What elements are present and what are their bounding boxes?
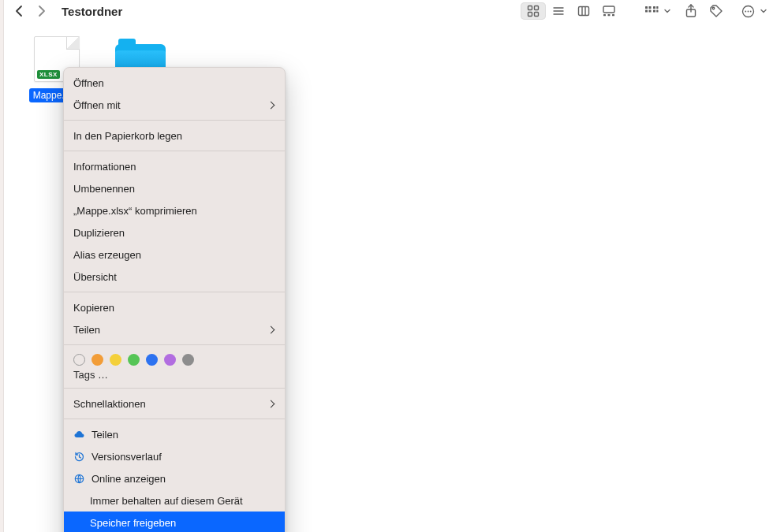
menu-tags-more[interactable]: Tags … [64,367,285,384]
menu-tag-colors [64,349,285,367]
menu-onedrive-online[interactable]: Online anzeigen [64,467,285,489]
nav-back-button[interactable] [13,5,25,17]
svg-rect-17 [649,10,652,13]
menu-copy[interactable]: Kopieren [64,296,285,318]
svg-rect-11 [603,14,606,16]
menu-onedrive-keep[interactable]: Immer behalten auf diesem Gerät [64,489,285,512]
menu-alias[interactable]: Alias erzeugen [64,244,285,266]
nav-arrows [13,5,47,17]
svg-point-23 [712,7,714,9]
menu-rename[interactable]: Umbenennen [64,177,285,199]
view-icons-button[interactable] [521,2,546,20]
menu-open[interactable]: Öffnen [64,72,285,94]
svg-point-27 [749,10,751,12]
menu-onedrive-free[interactable]: Speicher freigeben [64,512,285,532]
tag-none[interactable] [73,354,85,366]
tag-orange[interactable] [91,354,103,366]
menu-onedrive-history[interactable]: Versionsverlauf [64,445,285,467]
menu-separator [64,151,285,151]
file-badge: XLSX [37,70,60,79]
menu-separator [64,388,285,389]
group-by-control[interactable] [639,2,670,20]
view-gallery-button[interactable] [596,2,622,20]
cloud-icon [73,429,85,441]
svg-point-26 [747,10,749,12]
svg-rect-7 [579,7,589,16]
history-icon [73,451,85,463]
svg-rect-22 [687,9,696,17]
svg-rect-2 [528,13,532,17]
menu-separator [64,292,285,292]
tag-grey[interactable] [182,354,194,366]
svg-point-24 [742,6,753,17]
folder-title: Testordner [62,5,122,18]
nav-forward-button[interactable] [35,5,47,17]
menu-separator [64,344,285,345]
svg-rect-16 [645,10,648,13]
menu-onedrive-share[interactable]: Teilen [64,423,285,445]
menu-open-with[interactable]: Öffnen mit [64,94,285,116]
svg-rect-15 [649,6,652,9]
svg-rect-12 [608,14,611,16]
svg-rect-13 [612,14,614,16]
svg-rect-0 [528,6,532,10]
menu-separator [64,120,285,121]
menu-compress[interactable]: „Mappe.xlsx“ komprimieren [64,199,285,221]
menu-info[interactable]: Informationen [64,155,285,177]
globe-icon [73,473,85,485]
tag-blue[interactable] [146,354,158,366]
menu-duplicate[interactable]: Duplizieren [64,221,285,244]
svg-rect-18 [653,6,655,9]
chevron-down-icon [664,8,670,14]
toolbar: Testordner [3,0,773,22]
svg-rect-3 [535,13,539,17]
chevron-down-icon [760,8,767,14]
view-list-button[interactable] [546,2,571,20]
menu-share[interactable]: Teilen [64,318,285,340]
tag-purple[interactable] [164,354,176,366]
svg-rect-19 [656,6,658,9]
tag-yellow[interactable] [110,354,121,366]
svg-rect-1 [535,6,539,10]
action-menu-button[interactable] [735,2,767,20]
share-button[interactable] [678,2,704,20]
tags-button[interactable] [704,2,729,20]
menu-trash[interactable]: In den Papierkorb legen [64,125,285,147]
menu-quickactions[interactable]: Schnellaktionen [64,392,285,415]
context-menu: Öffnen Öffnen mit In den Papierkorb lege… [63,67,286,532]
svg-rect-10 [603,6,614,13]
tag-green[interactable] [128,354,140,366]
menu-quicklook[interactable]: Übersicht [64,266,285,288]
group-by-icon [639,2,664,20]
svg-point-25 [745,10,746,12]
view-switcher [521,2,622,20]
svg-point-28 [75,474,83,482]
menu-separator [64,419,285,419]
ellipsis-circle-icon [735,2,760,20]
svg-rect-20 [653,10,655,13]
view-columns-button[interactable] [571,2,596,20]
svg-rect-14 [645,6,648,9]
svg-rect-21 [656,10,658,13]
